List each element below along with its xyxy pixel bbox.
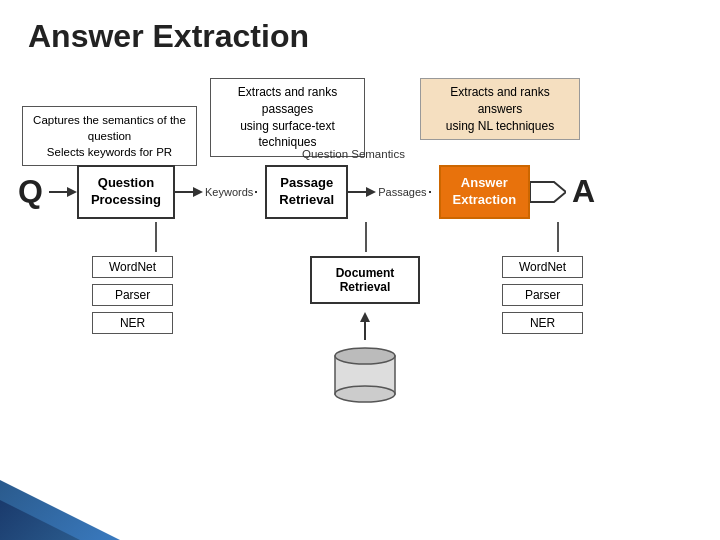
a-label: A [572, 173, 595, 210]
svg-marker-3 [193, 187, 203, 197]
arrow-qp-to-pr [175, 183, 203, 201]
connector-qp [155, 222, 157, 252]
slide-title: Answer Extraction [28, 18, 692, 55]
answer-extraction-box: Answer Extraction [439, 165, 531, 219]
up-arrow-db [310, 312, 420, 340]
svg-marker-1 [67, 187, 77, 197]
question-semantics-label: Question Semantics [302, 148, 405, 160]
arrow-q-to-qp [49, 183, 77, 201]
svg-point-13 [335, 386, 395, 402]
ner-left: NER [92, 312, 173, 334]
document-retrieval-area: Document Retrieval [310, 256, 420, 408]
arrow-passages-to-ae [429, 183, 439, 201]
arrow-pr-to-ae [348, 183, 376, 201]
svg-point-12 [335, 348, 395, 364]
document-retrieval-box: Document Retrieval [310, 256, 420, 304]
parser-left: Parser [92, 284, 173, 306]
ner-right: NER [502, 312, 583, 334]
flow-area: Q Question Processing Keywords [18, 165, 702, 219]
svg-marker-10 [360, 312, 370, 322]
database-cylinder [310, 344, 420, 408]
connector-dr [365, 222, 367, 252]
arrow-ae-to-a [530, 178, 566, 206]
svg-marker-8 [530, 182, 566, 202]
passages-label: Passages [378, 186, 426, 198]
arrow-kw-to-pr [255, 183, 265, 201]
slide: Answer Extraction Extracts and ranks pas… [0, 0, 720, 540]
connector-ae [557, 222, 559, 252]
question-processing-box: Question Processing [77, 165, 175, 219]
q-label: Q [18, 173, 43, 210]
svg-marker-6 [366, 187, 376, 197]
parser-right: Parser [502, 284, 583, 306]
passage-retrieval-box: Passage Retrieval [265, 165, 348, 219]
annotation-question: Captures the semantics of the question S… [22, 106, 197, 166]
keywords-label: Keywords [205, 186, 253, 198]
wordnet-right: WordNet [502, 256, 583, 278]
annotation-nl: Extracts and ranks answers using NL tech… [420, 78, 580, 140]
wordnet-left: WordNet [92, 256, 173, 278]
sub-items-left: WordNet Parser NER [92, 256, 173, 334]
sub-items-right: WordNet Parser NER [502, 256, 583, 334]
annotation-passages: Extracts and ranks passages using surfac… [210, 78, 365, 157]
